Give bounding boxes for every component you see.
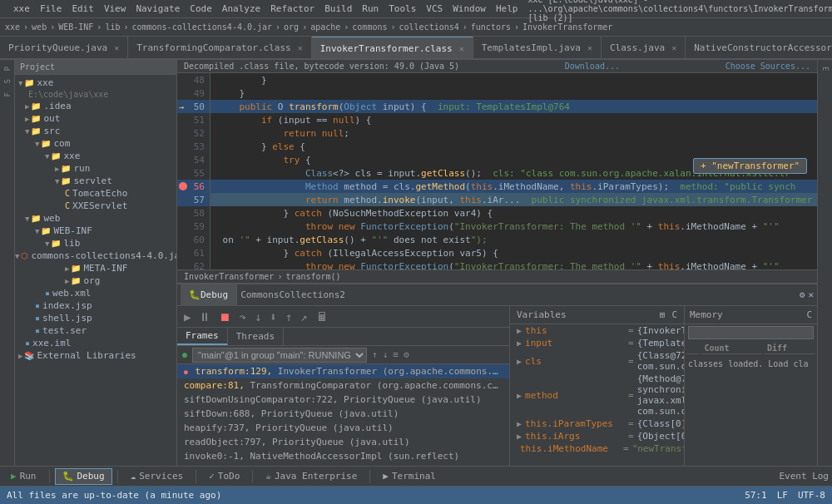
tree-item-web[interactable]: ▼ 📁 web xyxy=(15,212,176,225)
evaluate-btn[interactable]: 🖩 xyxy=(314,310,329,324)
thread-settings-icon[interactable]: ⚙ xyxy=(404,349,409,360)
menu-item-file[interactable]: File xyxy=(40,3,62,14)
tree-item-indexjsp[interactable]: ▪ index.jsp xyxy=(15,299,176,312)
tree-item-tomcatecho[interactable]: C TomcatEcho xyxy=(15,187,176,200)
var-row-input[interactable]: ▶ input = {TemplatesImpl@764} xyxy=(510,337,684,349)
tree-item-webinf[interactable]: ▼ 📁 WEB-INF xyxy=(15,225,176,237)
tree-item-src[interactable]: ▼ 📁 src xyxy=(15,125,176,137)
menu-item-tools[interactable]: Tools xyxy=(389,3,416,14)
crumb-lib[interactable]: lib xyxy=(105,22,120,32)
tab-nativeaccessor[interactable]: NativeConstructorAccessorImpl.class ✕ xyxy=(686,37,832,59)
sidebar-structure-icon[interactable]: S xyxy=(3,79,12,83)
frame-item-1[interactable]: compare:81, TransformingComparator (org.… xyxy=(177,378,509,393)
tree-item-xxe[interactable]: ▼ 📁 xxe xyxy=(15,77,176,89)
tree-item-out[interactable]: ▶ 📁 out xyxy=(15,112,176,125)
tab-transformingcomparator[interactable]: TransformingComparator.class ✕ xyxy=(128,37,311,59)
java-enterprise-button[interactable]: ☕ Java Enterprise xyxy=(258,468,364,485)
crumb-org[interactable]: org xyxy=(284,22,299,32)
tree-item-webxml[interactable]: ▪ web.xml xyxy=(15,287,176,299)
resume-btn[interactable]: ▶ xyxy=(182,310,192,324)
frame-item-0[interactable]: ● transform:129, InvokerTransformer (org… xyxy=(177,364,509,378)
tab-close-icon[interactable]: ✕ xyxy=(459,44,464,53)
var-row-imethodname[interactable]: this.iMethodName = "newTransformer" xyxy=(510,442,684,455)
var-row-this[interactable]: ▶ this = {InvokerTransformer@763} xyxy=(510,324,684,337)
tab-close-icon[interactable]: ✕ xyxy=(587,43,592,52)
menu-item-build[interactable]: Build xyxy=(324,3,352,14)
tab-close-icon[interactable]: ✕ xyxy=(671,43,676,52)
tab-templatesimpl[interactable]: TemplatesImpl.java ✕ xyxy=(473,37,602,59)
event-log-label[interactable]: Event Log xyxy=(779,471,829,482)
pause-btn[interactable]: ⏸ xyxy=(197,310,212,324)
menu-item-navigate[interactable]: Navigate xyxy=(136,3,180,14)
thread-dropdown[interactable]: "main"@1 in group "main": RUNNING xyxy=(192,348,367,363)
var-row-method[interactable]: ▶ method = {Method@765} "public synchron… xyxy=(510,373,684,418)
frame-item-2[interactable]: siftDownUsingComparator:722, PriorityQue… xyxy=(177,393,509,407)
tab-priorityqueue[interactable]: PriorityQueue.java ✕ xyxy=(0,37,128,59)
step-out-btn[interactable]: ↑ xyxy=(284,310,294,324)
tab-close-icon[interactable]: ✕ xyxy=(298,43,303,52)
services-button[interactable]: ☁ Services xyxy=(123,468,191,485)
right-icon-1[interactable]: E xyxy=(821,67,830,71)
frame-item-5[interactable]: readObject:797, PriorityQueue (java.util… xyxy=(177,435,509,449)
todo-button[interactable]: ✓ ToDo xyxy=(201,468,247,485)
frame-item-3[interactable]: siftDown:688, PriorityQueue (java.util) xyxy=(177,407,509,421)
tree-item-servlet[interactable]: ▼ 📁 servlet xyxy=(15,175,176,187)
tree-item-xxeservlet[interactable]: C XXEServlet xyxy=(15,200,176,212)
vars-settings-icon[interactable]: C xyxy=(671,309,677,320)
download-link[interactable]: Download... xyxy=(565,62,620,71)
debug-settings-icon[interactable]: ⚙ xyxy=(800,289,805,300)
debug-tab-debug[interactable]: 🐛 Debug xyxy=(181,284,237,306)
thread-nav-up[interactable]: ↑ xyxy=(372,349,378,360)
step-into-btn[interactable]: ↓ xyxy=(253,310,263,324)
menu-item-edit[interactable]: Edit xyxy=(72,3,94,14)
tab-invokertransformer[interactable]: InvokerTransformer.class ✕ xyxy=(312,37,473,59)
debug-button[interactable]: 🐛 Debug xyxy=(55,468,112,485)
crumb-web[interactable]: web xyxy=(32,22,47,32)
tree-item-run[interactable]: ▶ 📁 run xyxy=(15,162,176,175)
frames-tab[interactable]: Frames xyxy=(177,328,228,345)
tree-item-org[interactable]: ▶ 📁 org xyxy=(15,274,176,287)
memory-settings-icon[interactable]: C xyxy=(806,309,812,320)
menu-item-analyze[interactable]: Analyze xyxy=(222,3,260,14)
frame-item-7[interactable]: invoke:62, NativeMethodAccessorImpl (sun… xyxy=(177,463,509,466)
debug-close-icon[interactable]: ✕ xyxy=(808,289,814,300)
crumb-class[interactable]: InvokerTransformer xyxy=(522,22,612,32)
tab-close-icon[interactable]: ✕ xyxy=(114,43,119,52)
choose-sources-link[interactable]: Choose Sources... xyxy=(726,62,810,71)
tree-item-idea[interactable]: ▶ 📁 .idea xyxy=(15,100,176,112)
crumb-commons[interactable]: commons xyxy=(352,22,387,32)
run-button[interactable]: ▶ Run xyxy=(3,468,44,485)
tree-item-external[interactable]: ▶ 📚 External Libraries xyxy=(15,349,176,362)
tab-classjava[interactable]: Class.java ✕ xyxy=(602,37,686,59)
var-row-iparamtypes[interactable]: ▶ this.iParamTypes = {Class[0]@766} xyxy=(510,418,684,430)
sidebar-favorites-icon[interactable]: F xyxy=(3,92,12,96)
frame-item-6[interactable]: invoke0:-1, NativeMethodAccessorImpl (su… xyxy=(177,449,509,463)
menu-item-window[interactable]: Window xyxy=(453,3,486,14)
project-root-crumb[interactable]: xxe xyxy=(5,22,20,32)
menu-item-view[interactable]: View xyxy=(104,3,126,14)
thread-nav-down[interactable]: ↓ xyxy=(383,349,389,360)
menu-item-run[interactable]: Run xyxy=(362,3,379,14)
tree-item-xxeiml[interactable]: ▪ xxe.iml xyxy=(15,337,176,349)
tree-item-lib[interactable]: ▼ 📁 lib xyxy=(15,237,176,250)
menu-item-xxe[interactable]: xxe xyxy=(13,3,30,14)
tree-item-com[interactable]: ▼ 📁 com xyxy=(15,137,176,150)
frame-item-4[interactable]: heapify:737, PriorityQueue (java.util) xyxy=(177,421,509,435)
var-row-cls[interactable]: ▶ cls = {Class@725} "class com.sun.org.a… xyxy=(510,349,684,373)
force-step-btn[interactable]: ⬇ xyxy=(268,310,278,324)
tree-item-jar[interactable]: ▼ ⬡ commons-collections4-4.0.jar xyxy=(15,250,176,262)
stop-btn[interactable]: ⏹ xyxy=(217,310,232,324)
menu-item-code[interactable]: Code xyxy=(190,3,212,14)
step-over-btn[interactable]: ↷ xyxy=(237,310,247,324)
vars-toolbar-icon[interactable]: ⊞ xyxy=(660,309,666,320)
var-row-iargs[interactable]: ▶ this.iArgs = {Object[0]@767} xyxy=(510,430,684,442)
crumb-functors[interactable]: functors xyxy=(471,22,511,32)
tree-item-metainf[interactable]: ▶ 📁 META-INF xyxy=(15,262,176,274)
crumb-collections4[interactable]: collections4 xyxy=(399,22,459,32)
crumb-webinf[interactable]: WEB-INF xyxy=(58,22,93,32)
breadcrumb-class[interactable]: InvokerTransformer xyxy=(184,272,274,281)
run-to-cursor-btn[interactable]: ↗ xyxy=(299,310,309,324)
sidebar-project-icon[interactable]: P xyxy=(3,67,12,71)
menu-item-help[interactable]: Help xyxy=(496,3,518,14)
menu-item-vcs[interactable]: VCS xyxy=(426,3,443,14)
